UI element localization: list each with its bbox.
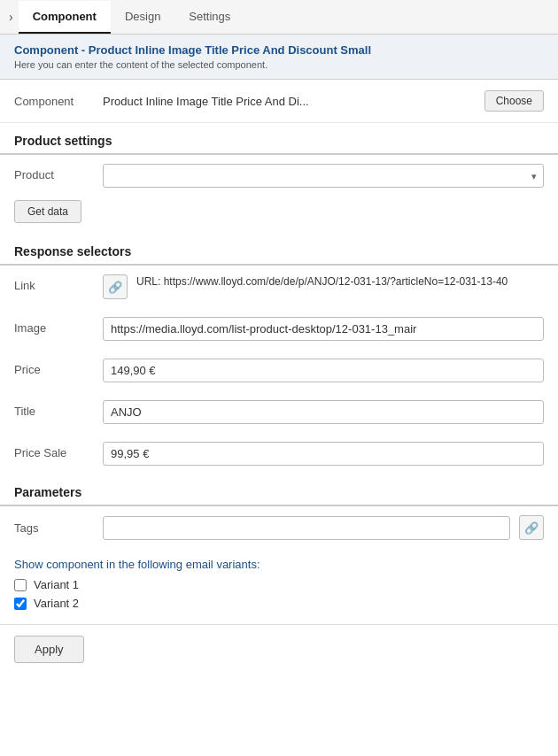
- url-label: URL:: [136, 275, 160, 288]
- link-icon-button[interactable]: 🔗: [103, 274, 128, 299]
- image-input[interactable]: [103, 317, 544, 341]
- link-icon: 🔗: [108, 281, 122, 294]
- price-label: Price: [14, 359, 94, 376]
- choose-button[interactable]: Choose: [484, 90, 544, 112]
- tags-row: Tags 🔗: [0, 506, 558, 549]
- tab-bar: › Component Design Settings: [0, 0, 558, 35]
- product-field-row: Product ▾: [0, 155, 558, 197]
- variant-1-checkbox[interactable]: [14, 579, 27, 591]
- header-title: Component - Product Inline Image Title P…: [14, 43, 544, 57]
- component-value: Product Inline Image Title Price And Di.…: [103, 95, 476, 108]
- link-label: Link: [14, 274, 94, 292]
- component-label: Component: [14, 95, 94, 108]
- tab-settings[interactable]: Settings: [174, 1, 244, 34]
- variants-section: Show component in the following email va…: [0, 549, 558, 624]
- link-field-row: Link 🔗 URL: https://www.lloyd.com/de/de/…: [0, 266, 558, 308]
- image-field-row: Image: [0, 308, 558, 350]
- tags-link-button[interactable]: 🔗: [519, 515, 544, 540]
- parameters-header: Parameters: [0, 474, 558, 505]
- variants-label-text: Show component in the following: [14, 558, 182, 571]
- variant-1-label[interactable]: Variant 1: [34, 578, 79, 591]
- title-input[interactable]: [103, 400, 544, 424]
- tab-arrow-icon: ›: [9, 0, 13, 34]
- response-selectors-header: Response selectors: [0, 234, 558, 265]
- tags-link-icon: 🔗: [524, 521, 539, 535]
- variant-2-checkbox[interactable]: [14, 598, 27, 610]
- variants-email-highlight: email: [186, 558, 213, 571]
- title-field-row: Title: [0, 391, 558, 433]
- url-value: https://www.lloyd.com/de/de/p/ANJO/12-03…: [164, 275, 508, 288]
- variant-1-item: Variant 1: [14, 578, 544, 591]
- tab-design[interactable]: Design: [111, 1, 174, 34]
- header-subtitle: Here you can enter the content of the se…: [14, 59, 544, 70]
- header-section: Component - Product Inline Image Title P…: [0, 35, 558, 80]
- price-sale-input[interactable]: [103, 442, 544, 466]
- price-sale-label: Price Sale: [14, 442, 94, 459]
- title-label: Title: [14, 400, 94, 418]
- variant-2-item: Variant 2: [14, 597, 544, 610]
- component-row: Component Product Inline Image Title Pri…: [0, 80, 558, 123]
- link-url-text: URL: https://www.lloyd.com/de/de/p/ANJO/…: [136, 274, 508, 289]
- product-dropdown-wrapper: ▾: [103, 164, 544, 188]
- variant-2-label[interactable]: Variant 2: [34, 597, 79, 610]
- tab-component[interactable]: Component: [19, 1, 111, 34]
- tags-input[interactable]: [103, 516, 510, 540]
- apply-section: Apply: [0, 624, 558, 674]
- product-settings-header: Product settings: [0, 123, 558, 154]
- get-data-button[interactable]: Get data: [14, 200, 81, 223]
- image-label: Image: [14, 317, 94, 335]
- variants-label: Show component in the following email va…: [14, 558, 544, 571]
- product-label: Product: [14, 164, 94, 181]
- price-sale-field-row: Price Sale: [0, 433, 558, 474]
- price-field-row: Price: [0, 350, 558, 391]
- variants-label-suffix: variants:: [216, 558, 260, 571]
- price-input[interactable]: [103, 359, 544, 382]
- apply-button[interactable]: Apply: [14, 636, 84, 663]
- product-select[interactable]: [103, 164, 544, 188]
- tags-label: Tags: [14, 521, 94, 535]
